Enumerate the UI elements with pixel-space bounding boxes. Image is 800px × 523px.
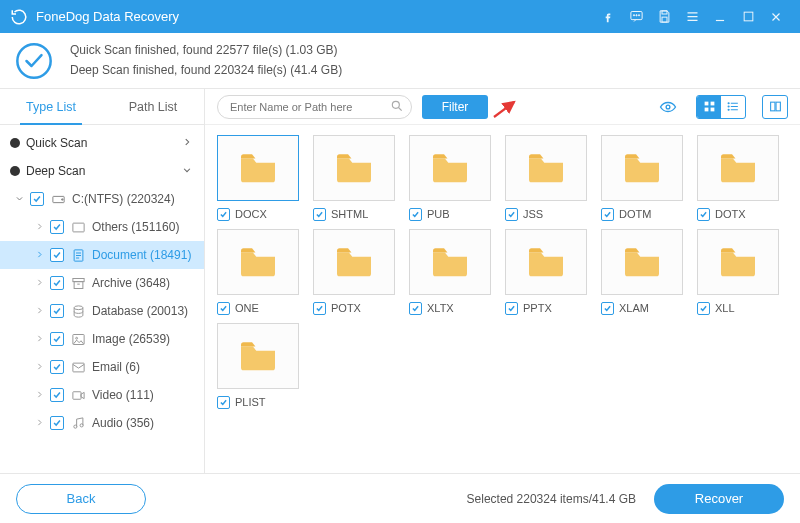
chevron-down-icon <box>14 192 24 206</box>
svg-rect-23 <box>704 102 708 106</box>
view-list-icon[interactable] <box>721 96 745 118</box>
grid-item-label: DOTM <box>619 208 651 220</box>
checkbox-icon[interactable] <box>50 248 64 262</box>
grid-item[interactable]: SHTML <box>313 135 395 223</box>
checkbox-icon[interactable] <box>601 302 614 315</box>
grid-item[interactable]: POTX <box>313 229 395 317</box>
grid-item-label: DOCX <box>235 208 267 220</box>
preview-toggle-icon[interactable] <box>656 96 680 118</box>
checkbox-icon[interactable] <box>30 192 44 206</box>
svg-point-29 <box>728 109 729 110</box>
grid-item[interactable]: XLL <box>697 229 779 317</box>
checkbox-icon[interactable] <box>50 360 64 374</box>
svg-point-20 <box>80 423 83 426</box>
checkbox-icon[interactable] <box>50 276 64 290</box>
tree-item-document[interactable]: Document (18491) <box>0 241 204 269</box>
svg-point-22 <box>666 105 670 109</box>
checkbox-icon[interactable] <box>313 208 326 221</box>
close-icon[interactable] <box>762 0 790 33</box>
tree-item-image[interactable]: Image (26539) <box>0 325 204 353</box>
tree-item-label: Document (18491) <box>92 248 194 262</box>
grid-item[interactable]: DOCX <box>217 135 299 223</box>
drive-icon <box>50 191 66 207</box>
checkbox-icon[interactable] <box>50 332 64 346</box>
recover-button[interactable]: Recover <box>654 484 784 514</box>
tree-item-video[interactable]: Video (111) <box>0 381 204 409</box>
facebook-icon[interactable] <box>594 0 622 33</box>
feedback-icon[interactable] <box>622 0 650 33</box>
svg-point-16 <box>75 337 77 339</box>
svg-rect-24 <box>710 102 714 106</box>
scan-summary: Quick Scan finished, found 22577 file(s)… <box>0 33 800 89</box>
minimize-icon[interactable] <box>706 0 734 33</box>
svg-point-21 <box>392 101 399 108</box>
tree-item-email[interactable]: Email (6) <box>0 353 204 381</box>
tree-quick-scan[interactable]: Quick Scan <box>0 129 204 157</box>
svg-rect-25 <box>704 108 708 112</box>
checkbox-icon[interactable] <box>505 302 518 315</box>
tree-item-others[interactable]: Others (151160) <box>0 213 204 241</box>
folder-icon <box>525 150 567 187</box>
grid-item[interactable]: ONE <box>217 229 299 317</box>
checkbox-icon[interactable] <box>50 304 64 318</box>
tree-drive[interactable]: C:(NTFS) (220324) <box>0 185 204 213</box>
audio-icon <box>70 415 86 431</box>
checkbox-icon[interactable] <box>601 208 614 221</box>
checkbox-icon[interactable] <box>409 208 422 221</box>
tree-deep-scan-label: Deep Scan <box>26 164 176 178</box>
grid-item[interactable]: JSS <box>505 135 587 223</box>
tab-path-list[interactable]: Path List <box>102 89 204 124</box>
grid-item[interactable]: DOTM <box>601 135 683 223</box>
svg-rect-26 <box>710 108 714 112</box>
checkbox-icon[interactable] <box>217 396 230 409</box>
bullet-icon <box>10 138 20 148</box>
svg-rect-18 <box>72 391 80 399</box>
grid-item[interactable]: PUB <box>409 135 491 223</box>
tree-item-label: Video (111) <box>92 388 194 402</box>
grid-item[interactable]: PLIST <box>217 323 299 411</box>
checkbox-icon[interactable] <box>50 220 64 234</box>
chevron-right-icon <box>34 276 44 290</box>
chevron-right-icon <box>182 136 194 150</box>
search-input[interactable] <box>217 95 412 119</box>
filter-button[interactable]: Filter <box>422 95 488 119</box>
grid-item-label: SHTML <box>331 208 368 220</box>
view-grid-icon[interactable] <box>697 96 721 118</box>
checkbox-icon[interactable] <box>505 208 518 221</box>
grid-item-label: PPTX <box>523 302 552 314</box>
checkbox-icon[interactable] <box>313 302 326 315</box>
maximize-icon[interactable] <box>734 0 762 33</box>
tree-item-label: Audio (356) <box>92 416 194 430</box>
footer: Back Selected 220324 items/41.4 GB Recov… <box>0 473 800 523</box>
chevron-right-icon <box>34 388 44 402</box>
checkbox-icon[interactable] <box>50 388 64 402</box>
svg-point-27 <box>728 103 729 104</box>
chevron-right-icon <box>34 220 44 234</box>
menu-icon[interactable] <box>678 0 706 33</box>
checkbox-icon[interactable] <box>409 302 422 315</box>
checkbox-icon[interactable] <box>217 302 230 315</box>
checkbox-icon[interactable] <box>50 416 64 430</box>
sidebar-tabs: Type List Path List <box>0 89 204 125</box>
tab-type-list[interactable]: Type List <box>0 89 102 124</box>
tree-item-audio[interactable]: Audio (356) <box>0 409 204 437</box>
grid-item[interactable]: XLTX <box>409 229 491 317</box>
folder-icon <box>333 244 375 281</box>
view-detail-icon[interactable] <box>763 96 787 118</box>
grid-item[interactable]: XLAM <box>601 229 683 317</box>
checkbox-icon[interactable] <box>697 208 710 221</box>
toolbar: Filter <box>205 89 800 125</box>
back-button[interactable]: Back <box>16 484 146 514</box>
checkbox-icon[interactable] <box>697 302 710 315</box>
tree-item-archive[interactable]: Archive (3648) <box>0 269 204 297</box>
grid-item-label: XLL <box>715 302 735 314</box>
document-icon <box>70 247 86 263</box>
tree-item-database[interactable]: Database (20013) <box>0 297 204 325</box>
back-button-label: Back <box>67 491 96 506</box>
tree-deep-scan[interactable]: Deep Scan <box>0 157 204 185</box>
grid-item[interactable]: DOTX <box>697 135 779 223</box>
grid-item[interactable]: PPTX <box>505 229 587 317</box>
scan-complete-icon <box>14 41 54 81</box>
save-icon[interactable] <box>650 0 678 33</box>
checkbox-icon[interactable] <box>217 208 230 221</box>
